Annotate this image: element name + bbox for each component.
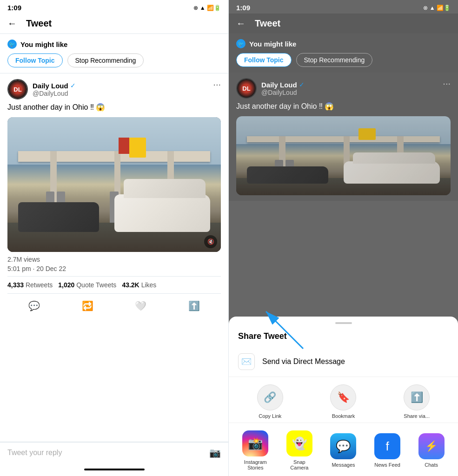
chats-label: Chats [425, 462, 438, 468]
right-follow-topic-button[interactable]: Follow Topic [236, 53, 292, 67]
right-verified-icon: ✓ [299, 81, 305, 88]
left-status-time: 1:09 [7, 4, 21, 12]
right-back-button[interactable]: ← [236, 18, 246, 29]
share-via-item[interactable]: ⬆️ Share via... [404, 384, 430, 419]
left-quote-stat: 1,020 Quote Tweets [58, 281, 116, 289]
left-user-name: Daily Loud [33, 82, 68, 90]
left-might-like-buttons: Follow Topic Stop Recommending [7, 53, 221, 67]
left-might-like-label: You might like [20, 40, 67, 48]
copy-link-item[interactable]: 🔗 Copy Link [257, 384, 283, 419]
left-retweets-stat: 4,333 Retweets [7, 281, 53, 289]
left-reply-input-row: Tweet your reply 📷 [0, 442, 228, 463]
sheet-handle [335, 322, 352, 324]
right-tweet-card: DL Daily Loud ✓ @DailyLoud ··· Just anot… [229, 73, 458, 201]
right-might-like-label: You might like [249, 40, 296, 48]
snapchat-item[interactable]: 👻 SnapCamera [286, 430, 312, 470]
instagram-label: InstagramStories [244, 459, 267, 470]
left-more-options-button[interactable]: ··· [213, 79, 221, 90]
left-might-like-row: 🐦 You might like [7, 40, 221, 49]
left-page-title: Tweet [26, 18, 52, 29]
right-stop-recommending-button[interactable]: Stop Recommending [296, 53, 373, 67]
left-views: 2.7M views [7, 256, 221, 263]
left-tweet-image: 🔇 [7, 117, 221, 252]
share-sheet: Share Tweet ✉️ Send via Direct Message 🔗… [229, 317, 458, 476]
left-actions-row: 💬 🔁 🤍 ⬆️ [7, 298, 221, 313]
left-stats-row: 4,333 Retweets 1,020 Quote Tweets 43.2K … [7, 276, 221, 294]
left-might-like-section: 🐦 You might like Follow Topic Stop Recom… [0, 34, 228, 73]
left-reply-input[interactable]: Tweet your reply [7, 449, 209, 457]
direct-message-icon: ✉️ [238, 353, 255, 370]
direct-message-label: Send via Direct Message [262, 357, 345, 366]
left-camera-icon[interactable]: 📷 [209, 447, 221, 458]
messages-label: Messages [332, 462, 355, 468]
right-status-icons: ⊗ ▲ 📶🔋 [423, 5, 451, 11]
left-timestamp: 5:01 pm · 20 Dec 22 [7, 265, 221, 272]
left-tweet-text: Just another day in Ohio ‼️ 😱 [7, 102, 221, 112]
left-status-bar: 1:09 ⊗ ▲ 📶🔋 [0, 0, 228, 13]
bookmark-item[interactable]: 🔖 Bookmark [330, 384, 356, 419]
right-more-options-button[interactable]: ··· [443, 78, 451, 89]
left-reply-button[interactable]: 💬 [28, 300, 40, 311]
share-icons-row: 🔗 Copy Link 🔖 Bookmark ⬆️ Share via... [229, 377, 458, 423]
news-feed-label: News Feed [374, 462, 400, 468]
left-user-meta: Daily Loud ✓ @DailyLoud [33, 82, 76, 97]
left-home-indicator [84, 469, 145, 470]
left-tweet-user-row: DL Daily Loud ✓ @DailyLoud ··· [7, 79, 221, 99]
bookmark-icon: 🔖 [330, 384, 356, 410]
bookmark-label: Bookmark [332, 413, 355, 419]
messages-item[interactable]: 💬 Messages [330, 433, 356, 468]
facebook-icon: f [374, 433, 400, 459]
right-avatar: DL [236, 78, 257, 99]
left-tweet-card: DL Daily Loud ✓ @DailyLoud ··· Just anot… [0, 73, 228, 442]
news-feed-item[interactable]: f News Feed [374, 433, 400, 468]
left-tweet-header: ← Tweet [0, 13, 228, 34]
share-sheet-title: Share Tweet [229, 331, 458, 347]
right-page-title: Tweet [255, 18, 280, 29]
app-icons-row: 📸 InstagramStories 👻 SnapCamera 💬 Messag… [229, 423, 458, 476]
left-like-button[interactable]: 🤍 [135, 300, 146, 311]
left-user-handle: @DailyLoud [33, 90, 76, 97]
right-status-bar: 1:09 ⊗ ▲ 📶🔋 [229, 0, 458, 13]
snapchat-icon: 👻 [286, 430, 312, 456]
right-status-time: 1:09 [236, 4, 250, 12]
right-might-like-section: 🐦 You might like Follow Topic Stop Recom… [229, 33, 458, 73]
chats-item[interactable]: ⚡ Chats [418, 433, 445, 468]
copy-link-icon: 🔗 [257, 384, 283, 410]
left-back-button[interactable]: ← [7, 18, 17, 29]
snapchat-label: SnapCamera [290, 459, 308, 470]
left-likes-stat: 43.2K Likes [122, 281, 156, 289]
left-retweet-button[interactable]: 🔁 [82, 300, 93, 311]
right-might-like-icon: 🐦 [236, 39, 246, 48]
right-user-name: Daily Loud [261, 81, 297, 89]
left-follow-topic-button[interactable]: Follow Topic [7, 53, 63, 67]
left-panel: 1:09 ⊗ ▲ 📶🔋 ← Tweet 🐦 You might like Fol… [0, 0, 229, 476]
right-tweet-header: ← Tweet [229, 13, 458, 33]
left-verified-icon: ✓ [70, 82, 76, 89]
left-avatar: DL [7, 79, 28, 99]
instagram-stories-item[interactable]: 📸 InstagramStories [242, 430, 268, 470]
right-user-handle: @DailyLoud [261, 89, 305, 96]
right-panel: 1:09 ⊗ ▲ 📶🔋 ← Tweet 🐦 You might like Fol… [229, 0, 458, 476]
left-signal-icons: ⊗ ▲ 📶🔋 [193, 5, 221, 11]
instagram-icon: 📸 [242, 430, 268, 456]
left-status-icons: ⊗ ▲ 📶🔋 [193, 5, 221, 11]
messages-icon: 💬 [330, 433, 356, 459]
direct-message-option[interactable]: ✉️ Send via Direct Message [229, 347, 458, 377]
left-tweet-user-info: DL Daily Loud ✓ @DailyLoud [7, 79, 76, 99]
share-via-icon: ⬆️ [404, 384, 430, 410]
share-via-label: Share via... [404, 413, 430, 419]
right-user-meta: Daily Loud ✓ @DailyLoud [261, 81, 305, 96]
left-share-button[interactable]: ⬆️ [188, 300, 200, 311]
right-tweet-text: Just another day in Ohio ‼️ 😱 [236, 101, 451, 112]
left-might-like-icon: 🐦 [7, 40, 17, 49]
right-tweet-image [236, 116, 451, 195]
left-stop-recommending-button[interactable]: Stop Recommending [67, 53, 144, 67]
copy-link-label: Copy Link [259, 413, 281, 419]
messenger-icon: ⚡ [418, 433, 445, 459]
